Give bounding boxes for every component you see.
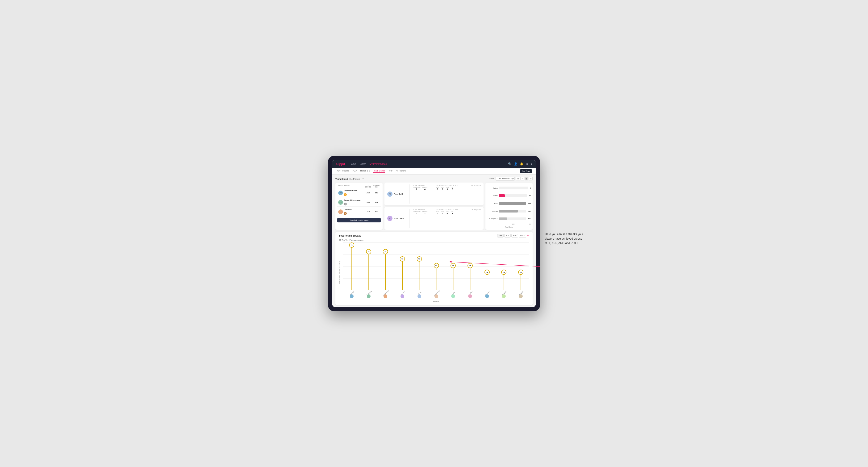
table-row: RB Richard Butler 1 19/20 110 bbox=[337, 189, 381, 197]
player-name-col: Cameron... 3 bbox=[344, 209, 363, 215]
sub-nav-team-clippd[interactable]: Team Clippd bbox=[373, 169, 385, 173]
sub-nav-pgat[interactable]: PGAT Players bbox=[336, 169, 349, 173]
player-col: 4x M. Miller bbox=[462, 243, 478, 290]
app-value: 0 bbox=[442, 188, 443, 190]
streaks-subtitle: Off The Tee, Fairway Accuracy bbox=[339, 239, 529, 241]
rank-badge: 1 bbox=[344, 193, 347, 196]
table-row: EC Edward Crossman 2 18/20 107 bbox=[337, 198, 381, 207]
player-col: 7x E. Ewert bbox=[343, 243, 360, 290]
team-name: Team Clippd bbox=[335, 178, 348, 180]
streak-bubble: 3x bbox=[485, 270, 490, 275]
player-info: JC Josh Coles bbox=[387, 209, 406, 228]
lb-header-name: PLAYER NAME bbox=[338, 184, 363, 188]
player-col: 4x D. Ford bbox=[445, 243, 462, 290]
eagles-bar bbox=[499, 187, 499, 189]
player-avatar-bottom bbox=[451, 294, 455, 298]
chart-row-bogeys: Bogeys 311 bbox=[487, 208, 531, 215]
search-icon[interactable]: 🔍 bbox=[508, 162, 512, 165]
nav-home[interactable]: Home bbox=[349, 163, 356, 165]
divider bbox=[409, 184, 410, 204]
nav-teams[interactable]: Teams bbox=[359, 163, 366, 165]
divider bbox=[432, 209, 432, 228]
ott-stat: OTT 0 bbox=[436, 211, 439, 215]
filter-ott[interactable]: OTT bbox=[497, 234, 503, 238]
tournament-stat: Tournament 8 bbox=[413, 187, 421, 190]
tournament-value: 7 bbox=[416, 212, 417, 215]
player-col: 4x E. Crossman bbox=[428, 243, 445, 290]
avatar: JC bbox=[387, 216, 393, 221]
player-name-col: Edward Crossman 2 bbox=[344, 199, 363, 206]
tournament-stat: Tournament 7 bbox=[413, 211, 421, 215]
add-circle-icon[interactable]: ⊕ bbox=[526, 162, 528, 165]
eagles-bar-container bbox=[499, 187, 528, 189]
list-view-icon[interactable]: ≡ bbox=[520, 177, 524, 181]
filter-app[interactable]: APP bbox=[504, 234, 511, 238]
putt-stat: PUTT 0 bbox=[451, 187, 454, 190]
eagles-label: Eagles bbox=[487, 187, 498, 189]
sub-nav-pga[interactable]: PGA bbox=[352, 169, 357, 173]
player-avatar-bottom bbox=[485, 294, 489, 298]
pars-bar-container bbox=[499, 202, 526, 205]
edit-icon[interactable]: ✏ bbox=[362, 178, 364, 180]
nav-icons: 🔍 👤 🔔 ⊕ ● bbox=[508, 162, 532, 165]
eagles-value: 3 bbox=[530, 187, 531, 189]
birdies-bar bbox=[499, 194, 505, 197]
streak-bubble: 4x bbox=[451, 263, 456, 268]
player-stats: Total Rounds Tournament 7 Practice bbox=[413, 209, 458, 228]
nav-my-performance[interactable]: My Performance bbox=[369, 163, 386, 165]
nav-links: Home Teams My Performance bbox=[349, 163, 508, 165]
rounds-group: Total Rounds Tournament 8 Practice bbox=[413, 184, 427, 204]
filter-putt[interactable]: PUTT bbox=[519, 234, 526, 238]
player-avg: 107 bbox=[373, 201, 380, 203]
grid-view-icon[interactable]: ⊞ bbox=[516, 177, 520, 181]
rounds-row: Tournament 8 Practice 4 bbox=[413, 187, 427, 190]
player-col: 5x J. Coles bbox=[394, 243, 411, 290]
nav-bar: clippd Home Teams My Performance 🔍 👤 🔔 ⊕… bbox=[332, 160, 536, 168]
ott-value: 0 bbox=[437, 188, 438, 190]
birdies-value: 96 bbox=[529, 195, 531, 196]
player-name-col: Richard Butler 1 bbox=[344, 190, 363, 196]
table-view-icon[interactable]: ▦ bbox=[525, 177, 528, 181]
streak-bubble: 4x bbox=[434, 263, 439, 268]
chart-area: 7x E. Ewert 6x bbox=[343, 243, 529, 303]
activities-row: OTT 0 APP 0 ARG bbox=[436, 187, 458, 190]
dbogeys-label: D. Bogeys + bbox=[487, 218, 498, 220]
sub-nav-all-players[interactable]: All Players bbox=[396, 169, 406, 173]
streak-chart-inner: Best Streak, Fairway Accuracy bbox=[339, 243, 529, 303]
player-avatar-bottom bbox=[434, 294, 438, 298]
activities-row: OTT 0 APP 0 ARG bbox=[436, 211, 458, 215]
bell-icon[interactable]: 🔔 bbox=[520, 162, 523, 165]
birdies-bar-container bbox=[499, 194, 527, 197]
sub-nav-hcaps[interactable]: Hcaps 1-5 bbox=[360, 169, 370, 173]
arg-stat: ARG 0 bbox=[445, 187, 448, 190]
annotation-text: Here you can see streaks your players ha… bbox=[545, 232, 583, 245]
sub-nav: PGAT Players PGA Hcaps 1-5 Team Clippd T… bbox=[332, 168, 536, 175]
filter-arg[interactable]: ARG bbox=[512, 234, 518, 238]
person-icon[interactable]: 👤 bbox=[514, 162, 518, 165]
settings-view-icon[interactable]: ⊟ bbox=[529, 177, 533, 181]
period-select[interactable]: Last 3 months bbox=[496, 177, 515, 181]
practice-activities-group: Total Practice Activities OTT 0 APP bbox=[436, 209, 458, 228]
rank-badge: 2 bbox=[344, 203, 347, 206]
player-col: 5x R. Britt bbox=[411, 243, 428, 290]
streaks-filters: OTT APP ARG PUTT ← bbox=[497, 234, 529, 238]
avatar: RB bbox=[338, 191, 343, 195]
leaderboard-panel: PLAYER NAME PB SCORE PB AVG SQ RB Richar… bbox=[335, 183, 382, 230]
chart-row-eagles: Eagles 3 bbox=[487, 184, 531, 192]
sub-nav-tour[interactable]: Tour bbox=[388, 169, 393, 173]
player-avatar-bottom bbox=[519, 294, 523, 298]
player-avatar-bottom bbox=[350, 294, 353, 298]
app-stat: APP 0 bbox=[441, 187, 444, 190]
view-full-leaderboard-button[interactable]: View Full Leaderboard bbox=[337, 218, 381, 222]
avatar-icon[interactable]: ● bbox=[530, 162, 532, 165]
bogeys-label: Bogeys bbox=[487, 210, 498, 212]
add-team-button[interactable]: Add Team bbox=[520, 169, 532, 173]
tablet-screen: clippd Home Teams My Performance 🔍 👤 🔔 ⊕… bbox=[332, 160, 536, 307]
lb-headers: PLAYER NAME PB SCORE PB AVG SQ bbox=[337, 184, 381, 188]
table-row: C Cameron... 3 17/20 103 bbox=[337, 208, 381, 216]
player-cards: RB Rees Britt Total Rounds Tournament bbox=[384, 183, 484, 230]
app-logo: clippd bbox=[336, 162, 345, 166]
practice-value: 2 bbox=[424, 212, 426, 215]
ott-value: 0 bbox=[437, 212, 438, 215]
birdies-label: Birdies bbox=[487, 195, 498, 196]
